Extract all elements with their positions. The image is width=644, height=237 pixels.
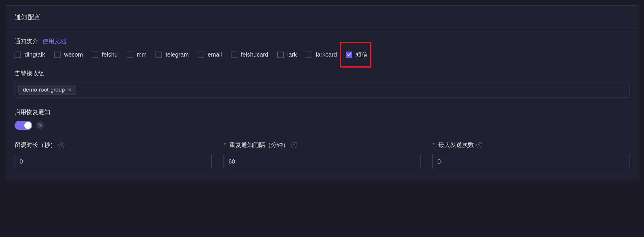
media-option-label: email (208, 51, 222, 58)
max-send-count-field: * 最大发送次数 ? (432, 141, 629, 169)
help-icon[interactable]: ? (476, 142, 482, 148)
media-options-row: dingtalkwecomfeishummtelegramemailfeishu… (15, 51, 629, 59)
help-icon[interactable]: ? (291, 142, 297, 148)
checkbox-mm[interactable] (127, 52, 133, 58)
notification-config-panel: 通知配置 通知媒介 使用文档 dingtalkwecomfeishummtele… (5, 5, 639, 181)
receiver-group-tag-label: demo-root-group (23, 87, 65, 93)
receiver-group-tag: demo-root-group ✕ (18, 85, 76, 95)
media-option-label: larkcard (316, 51, 337, 58)
media-option-label: feishucard (241, 51, 268, 58)
media-option-feishu: feishu (92, 51, 118, 58)
media-option-label: feishu (102, 51, 118, 58)
checkbox-dingtalk[interactable] (15, 52, 21, 58)
receiver-group-label: 告警接收组 (15, 69, 629, 77)
checkbox-wecom[interactable] (54, 52, 61, 58)
observe-duration-label: 留观时长（秒） (15, 141, 56, 149)
media-option-label: mm (137, 51, 147, 58)
media-option-larkcard: larkcard (306, 51, 337, 58)
panel-title: 通知配置 (5, 6, 639, 29)
doc-link[interactable]: 使用文档 (42, 38, 66, 44)
media-option-label: wecom (64, 51, 83, 58)
help-icon[interactable]: ? (58, 142, 64, 148)
toggle-knob (24, 122, 31, 129)
required-star: * (223, 142, 226, 148)
media-option-telegram: telegram (156, 51, 189, 58)
recovery-toggle-row: ? (15, 121, 629, 130)
media-option-label: dingtalk (25, 51, 45, 58)
media-option-dingtalk: dingtalk (15, 51, 45, 58)
receiver-group-input[interactable]: demo-root-group ✕ (15, 82, 629, 97)
close-icon[interactable]: ✕ (68, 87, 72, 92)
checkbox-email[interactable] (198, 52, 204, 58)
required-star: * (432, 142, 435, 148)
recovery-notify-label: 启用恢复通知 (15, 108, 629, 116)
max-send-count-label: 最大发送次数 (438, 141, 474, 149)
checkbox-telegram[interactable] (156, 52, 162, 58)
media-option-label: lark (287, 51, 297, 58)
media-option-feishucard: feishucard (231, 51, 268, 58)
checkbox-feishucard[interactable] (231, 52, 237, 58)
checkbox-larkcard[interactable] (306, 52, 312, 58)
media-option-mm: mm (127, 51, 147, 58)
max-send-count-label-row: * 最大发送次数 ? (432, 141, 629, 149)
media-label-row: 通知媒介 使用文档 (15, 37, 629, 45)
media-option-email: email (198, 51, 222, 58)
recovery-toggle[interactable] (15, 121, 32, 130)
max-send-count-input[interactable] (432, 154, 629, 169)
repeat-interval-input[interactable] (223, 154, 421, 169)
media-label: 通知媒介 (15, 38, 38, 44)
repeat-interval-label: 重复通知间隔（分钟） (229, 141, 289, 149)
repeat-interval-field: * 重复通知间隔（分钟） ? (223, 141, 421, 169)
checkbox-lark[interactable] (277, 52, 284, 58)
media-option-lark: lark (277, 51, 297, 58)
media-option-label: telegram (166, 51, 189, 58)
observe-duration-label-row: 留观时长（秒） ? (15, 141, 212, 149)
numeric-fields-row: 留观时长（秒） ? * 重复通知间隔（分钟） ? * 最大发送次数 ? (15, 141, 629, 169)
repeat-interval-label-row: * 重复通知间隔（分钟） ? (223, 141, 421, 149)
observe-duration-field: 留观时长（秒） ? (15, 141, 212, 169)
panel-body: 通知媒介 使用文档 dingtalkwecomfeishummtelegrame… (5, 29, 639, 181)
highlight-annotation (340, 42, 371, 68)
help-icon[interactable]: ? (37, 122, 44, 129)
observe-duration-input[interactable] (15, 154, 212, 169)
media-option-wecom: wecom (54, 51, 83, 58)
checkbox-feishu[interactable] (92, 52, 98, 58)
media-option-sms: 短信 (346, 51, 368, 59)
